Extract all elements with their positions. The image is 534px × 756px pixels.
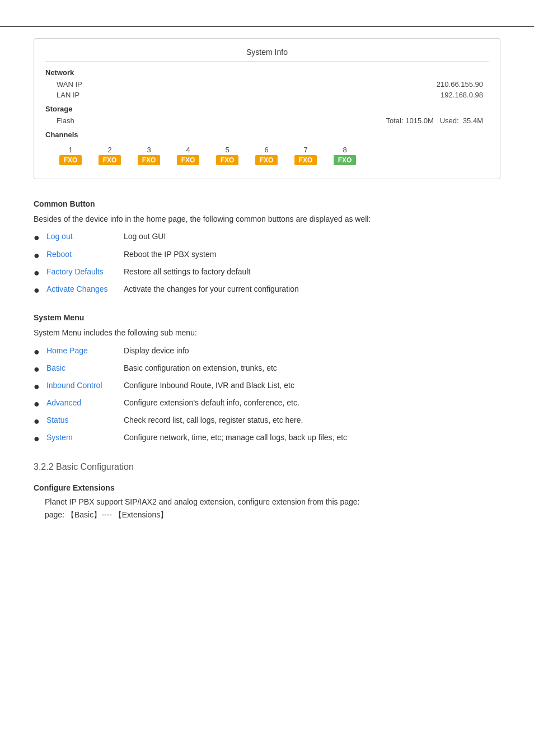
channel-badge-5: FXO	[216, 155, 239, 165]
system-menu-item: ● Inbound Control Configure Inbound Rout…	[34, 381, 500, 394]
system-menu-item: ● Basic Basic configuration on extension…	[34, 363, 500, 376]
system-menu-item: ● System Configure network, time, etc; m…	[34, 433, 500, 446]
channel-num-6: 6	[264, 146, 268, 154]
system-menu-desc: System Menu includes the following sub m…	[34, 326, 500, 339]
bullet-dot: ●	[34, 380, 40, 394]
channels-grid: 1 FXO 2 FXO 3 FXO 4 FXO 5 FXO 6 FXO 7 FX…	[45, 141, 489, 167]
common-button-item: ● Activate Changes Activate the changes …	[34, 284, 500, 297]
wan-ip-row: WAN IP 210.66.155.90	[45, 79, 489, 90]
main-content: System Info Network WAN IP 210.66.155.90…	[0, 27, 534, 560]
system-menu-item-desc: Display device info	[124, 346, 189, 355]
configure-extensions-title: Configure Extensions	[34, 483, 500, 492]
lan-ip-value: 192.168.0.98	[441, 91, 483, 99]
common-button-list: ● Log out Log out GUI ● Reboot Reboot th…	[34, 232, 500, 297]
channel-num-8: 8	[343, 146, 346, 154]
common-button-link[interactable]: Log out	[46, 232, 119, 241]
channel-badge-2: FXO	[99, 155, 121, 165]
common-button-section: Common Button Besides of the device info…	[34, 199, 500, 297]
channel-badge-6: FXO	[255, 155, 278, 165]
channel-num-2: 2	[107, 146, 111, 154]
system-menu-link[interactable]: Status	[46, 416, 119, 424]
channel-item-3: 3 FXO	[129, 146, 168, 165]
channel-item-2: 2 FXO	[90, 146, 129, 165]
channel-num-4: 4	[186, 146, 190, 154]
channel-item-7: 7 FXO	[286, 146, 325, 165]
flash-row: Flash Total: 1015.0M Used: 35.4M	[45, 115, 489, 126]
flash-values: Total: 1015.0M Used: 35.4M	[386, 116, 483, 125]
network-label: Network	[45, 68, 489, 77]
system-menu-item: ● Advanced Configure extension's default…	[34, 398, 500, 411]
common-button-item-desc: Log out GUI	[124, 232, 166, 241]
bullet-dot: ●	[34, 362, 40, 376]
channel-badge-1: FXO	[59, 155, 82, 165]
common-button-desc: Besides of the device info in the home p…	[34, 213, 500, 225]
bullet-dot: ●	[34, 249, 40, 263]
system-menu-link[interactable]: Home Page	[46, 346, 119, 355]
common-button-link[interactable]: Reboot	[46, 250, 119, 259]
system-menu-link[interactable]: Basic	[46, 363, 119, 372]
wan-ip-label: WAN IP	[57, 80, 82, 88]
channel-item-1: 1 FXO	[51, 146, 90, 165]
system-menu-list: ● Home Page Display device info ● Basic …	[34, 346, 500, 446]
section-322: 3.2.2 Basic Configuration Configure Exte…	[34, 462, 500, 522]
system-menu-item: ● Status Check record list, call logs, r…	[34, 416, 500, 428]
common-button-title: Common Button	[34, 199, 500, 208]
common-button-item: ● Factory Defaults Restore all settings …	[34, 267, 500, 280]
channel-num-7: 7	[303, 146, 307, 154]
channel-badge-3: FXO	[138, 155, 161, 165]
lan-ip-row: LAN IP 192.168.0.98	[45, 90, 489, 100]
common-button-link[interactable]: Factory Defaults	[46, 267, 119, 276]
system-menu-link[interactable]: Advanced	[46, 398, 119, 407]
channel-item-6: 6 FXO	[247, 146, 286, 165]
common-button-item: ● Reboot Reboot the IP PBX system	[34, 250, 500, 263]
system-menu-section: System Menu System Menu includes the fol…	[34, 313, 500, 446]
system-menu-link[interactable]: Inbound Control	[46, 381, 119, 390]
channel-num-3: 3	[147, 146, 151, 154]
system-menu-item-desc: Basic configuration on extension, trunks…	[124, 363, 277, 372]
bullet-dot: ●	[34, 397, 40, 411]
channel-badge-4: FXO	[177, 155, 200, 165]
configure-extensions-path: page: 【Basic】---- 【Extensions】	[45, 510, 168, 519]
configure-extensions-description: Planet IP PBX support SIP/IAX2 and analo…	[45, 497, 359, 506]
system-info-box: System Info Network WAN IP 210.66.155.90…	[34, 38, 500, 179]
system-menu-item: ● Home Page Display device info	[34, 346, 500, 359]
system-menu-item-desc: Configure network, time, etc; manage cal…	[124, 433, 347, 442]
bullet-dot: ●	[34, 283, 40, 297]
channel-item-4: 4 FXO	[168, 146, 208, 165]
channel-num-5: 5	[225, 146, 229, 154]
bullet-dot: ●	[34, 432, 40, 446]
wan-ip-value: 210.66.155.90	[437, 80, 483, 88]
system-menu-link[interactable]: System	[46, 433, 119, 442]
top-bar	[0, 0, 534, 27]
system-menu-title: System Menu	[34, 313, 500, 322]
lan-ip-label: LAN IP	[57, 91, 79, 99]
channel-item-8: 8 FXO	[325, 146, 364, 165]
system-menu-item-desc: Configure extension's default info, conf…	[124, 398, 299, 407]
common-button-item-desc: Restore all settings to factory default	[124, 267, 250, 276]
system-menu-item-desc: Configure Inbound Route, IVR and Black L…	[124, 381, 294, 390]
channel-badge-7: FXO	[294, 155, 317, 165]
common-button-link[interactable]: Activate Changes	[46, 284, 119, 293]
section-322-title: 3.2.2 Basic Configuration	[34, 462, 500, 472]
flash-used-value: 35.4M	[463, 116, 483, 125]
channel-num-1: 1	[68, 146, 72, 154]
flash-total: Total: 1015.0M	[386, 116, 434, 125]
bullet-dot: ●	[34, 414, 40, 428]
configure-extensions-desc: Planet IP PBX support SIP/IAX2 and analo…	[34, 496, 500, 522]
system-menu-item-desc: Check record list, call logs, register s…	[124, 416, 303, 424]
channels-label: Channels	[45, 130, 489, 139]
common-button-item-desc: Activate the changes for your current co…	[124, 284, 299, 293]
bullet-dot: ●	[34, 345, 40, 359]
channel-item-5: 5 FXO	[208, 146, 247, 165]
flash-used-label: Used:	[440, 116, 459, 125]
storage-label: Storage	[45, 105, 489, 113]
flash-label: Flash	[57, 116, 386, 125]
common-button-item-desc: Reboot the IP PBX system	[124, 250, 217, 259]
bullet-dot: ●	[34, 266, 40, 280]
common-button-item: ● Log out Log out GUI	[34, 232, 500, 245]
channel-badge-8: FXO	[334, 155, 357, 165]
bullet-dot: ●	[34, 231, 40, 245]
system-info-title: System Info	[45, 48, 489, 62]
